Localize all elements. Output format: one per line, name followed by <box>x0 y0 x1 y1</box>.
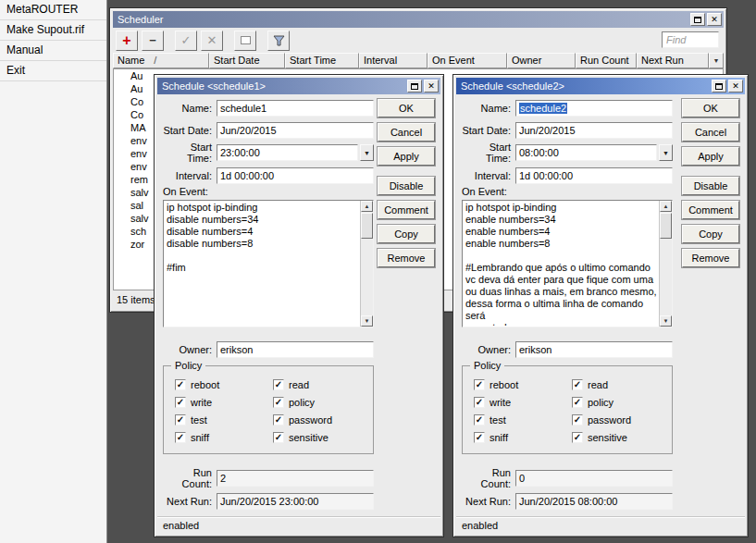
sidebar-item-manual[interactable]: Manual <box>0 41 106 61</box>
checkbox-reboot[interactable]: ✓ <box>175 379 186 390</box>
check-icon: ✓ <box>177 398 184 407</box>
checkbox-sensitive[interactable]: ✓ <box>273 432 284 443</box>
checkbox-test[interactable]: ✓ <box>474 414 485 426</box>
schedule1-titlebar[interactable]: Schedule <schedule1> ✕ <box>157 78 440 94</box>
name-row: Name: schedule2 <box>462 99 673 117</box>
checkbox-sensitive[interactable]: ✓ <box>572 432 583 443</box>
minimize-icon <box>715 83 723 90</box>
disable-button[interactable]: ✕ <box>201 31 223 51</box>
sort-asc-icon: / <box>154 55 156 66</box>
checkbox-sniff[interactable]: ✓ <box>175 432 186 443</box>
comment-button[interactable]: Comment <box>682 201 739 219</box>
policy-policy: ✓policy <box>572 397 613 408</box>
cancel-button[interactable]: Cancel <box>682 123 739 142</box>
col-start-time[interactable]: Start Time <box>285 53 359 68</box>
comment-button[interactable]: Comment <box>378 201 435 219</box>
scheduler-titlebar[interactable]: Scheduler ✕ <box>113 11 724 28</box>
checkbox-write[interactable]: ✓ <box>175 397 186 408</box>
checkbox-test[interactable]: ✓ <box>175 414 186 426</box>
scroll-up-button[interactable]: ▲ <box>361 201 373 212</box>
close-button[interactable]: ✕ <box>707 13 722 26</box>
on-event-textarea[interactable]: ip hotspot ip-binding enable numbers=34 … <box>462 200 673 327</box>
check-icon: ✓ <box>275 398 282 407</box>
ok-button[interactable]: OK <box>682 99 739 117</box>
sidebar-item-metarouter[interactable]: MetaROUTER <box>0 0 106 20</box>
next-run-field: Jun/20/2015 23:00:00 <box>217 493 374 510</box>
col-next-run[interactable]: Next Run <box>637 53 709 68</box>
remove-button[interactable]: Remove <box>682 249 739 267</box>
col-name[interactable]: Name/ <box>113 53 209 68</box>
add-button[interactable]: + <box>116 31 138 51</box>
on-event-text: ip hotspot ip-binding disable numbers=34… <box>167 202 358 326</box>
scrollbar[interactable]: ▲ ▼ <box>360 201 373 327</box>
start-time-dropdown-button[interactable]: ▼ <box>360 144 374 161</box>
start-time-dropdown-button[interactable]: ▼ <box>659 144 673 161</box>
disable-button[interactable]: Disable <box>378 177 435 195</box>
scroll-down-button[interactable]: ▼ <box>361 315 373 327</box>
checkbox-password[interactable]: ✓ <box>273 414 284 426</box>
owner-row: Owner: erikson <box>462 340 673 359</box>
scroll-thumb[interactable] <box>660 213 672 239</box>
sidebar-item-make-supout[interactable]: Make Supout.rif <box>0 20 106 41</box>
check-icon: ✓ <box>476 398 483 407</box>
run-count-field: 0 <box>515 470 673 487</box>
checkbox-reboot[interactable]: ✓ <box>474 379 485 390</box>
start-date-label: Start Date: <box>163 125 217 136</box>
interval-label: Interval: <box>462 170 515 181</box>
start-date-field[interactable]: Jun/20/2015 <box>515 122 673 139</box>
name-field[interactable]: schedule1 <box>217 100 374 117</box>
close-button[interactable]: ✕ <box>424 80 439 93</box>
checkbox-password[interactable]: ✓ <box>572 414 583 426</box>
schedule1-dialog: Schedule <schedule1> ✕ Name: schedule1 S… <box>154 74 444 537</box>
close-button[interactable]: ✕ <box>728 80 743 93</box>
minimize-button[interactable] <box>407 80 422 93</box>
column-select-button[interactable]: ▼ <box>709 53 724 68</box>
minimize-button[interactable] <box>690 13 705 26</box>
owner-field[interactable]: erikson <box>217 341 374 358</box>
filter-button[interactable] <box>267 31 290 51</box>
name-field[interactable]: schedule2 <box>515 100 673 117</box>
interval-field[interactable]: 1d 00:00:00 <box>217 167 374 184</box>
scroll-up-button[interactable]: ▲ <box>660 201 672 212</box>
disable-button[interactable]: Disable <box>682 177 739 195</box>
on-event-textarea[interactable]: ip hotspot ip-binding disable numbers=34… <box>163 200 374 327</box>
scroll-down-button[interactable]: ▼ <box>660 315 672 327</box>
checkbox-policy[interactable]: ✓ <box>273 397 284 408</box>
owner-field[interactable]: erikson <box>515 341 673 358</box>
remove-button[interactable]: − <box>142 31 164 51</box>
remove-button[interactable]: Remove <box>378 249 435 267</box>
col-run-count[interactable]: Run Count <box>576 53 637 68</box>
sidebar-item-exit[interactable]: Exit <box>0 61 106 81</box>
start-date-field[interactable]: Jun/20/2015 <box>217 122 374 139</box>
scroll-thumb[interactable] <box>361 213 373 239</box>
checkbox-sniff[interactable]: ✓ <box>474 432 485 443</box>
copy-button[interactable]: Copy <box>682 225 739 243</box>
name-label: Name: <box>462 103 515 114</box>
start-time-field[interactable]: 23:00:00 <box>217 144 358 161</box>
col-on-event[interactable]: On Event <box>428 53 507 68</box>
cancel-button[interactable]: Cancel <box>378 123 435 142</box>
comment-button[interactable] <box>234 31 256 51</box>
col-interval[interactable]: Interval <box>359 53 428 68</box>
minimize-button[interactable] <box>712 80 726 93</box>
checkbox-write[interactable]: ✓ <box>474 397 485 408</box>
start-time-field[interactable]: 08:00:00 <box>515 144 657 161</box>
checkbox-read[interactable]: ✓ <box>273 379 284 390</box>
scrollbar[interactable]: ▲ ▼ <box>659 201 672 327</box>
col-owner[interactable]: Owner <box>507 53 576 68</box>
start-time-label: Start Time: <box>462 142 515 164</box>
col-start-date[interactable]: Start Date <box>209 53 285 68</box>
policy-legend: Policy <box>470 360 504 371</box>
checkbox-policy[interactable]: ✓ <box>572 397 583 408</box>
start-time-label: Start Time: <box>163 142 217 164</box>
copy-button[interactable]: Copy <box>378 225 435 243</box>
checkbox-read[interactable]: ✓ <box>572 379 583 390</box>
enable-button[interactable]: ✓ <box>175 31 197 51</box>
check-icon: ✓ <box>177 380 184 389</box>
apply-button[interactable]: Apply <box>378 147 435 166</box>
apply-button[interactable]: Apply <box>682 147 739 166</box>
find-input[interactable] <box>662 31 719 48</box>
interval-field[interactable]: 1d 00:00:00 <box>515 167 673 184</box>
schedule2-titlebar[interactable]: Schedule <schedule2> ✕ <box>456 78 745 94</box>
ok-button[interactable]: OK <box>378 99 435 117</box>
